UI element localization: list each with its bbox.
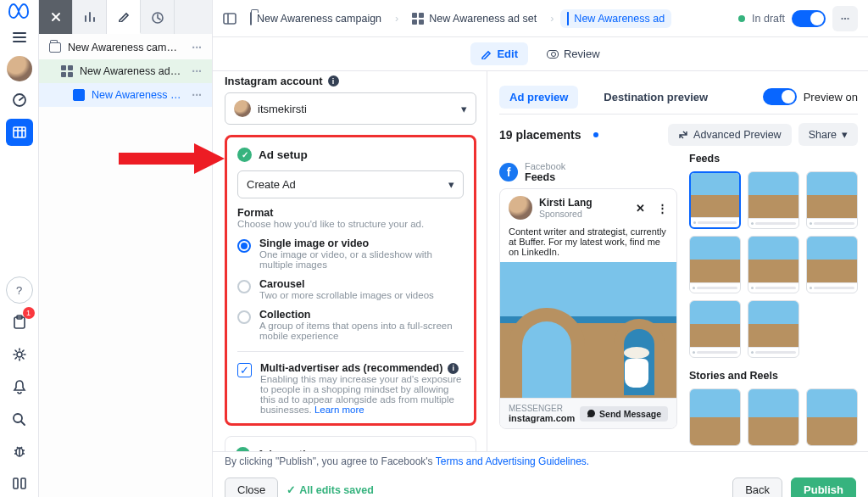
overflow-menu[interactable]: ···	[832, 6, 858, 31]
hamburger-icon[interactable]	[6, 24, 33, 51]
breadcrumb-bar: New Awareness campaign › New Awareness a…	[213, 0, 868, 37]
folder-icon	[49, 42, 61, 53]
back-button[interactable]: Back	[732, 477, 782, 497]
placements-count: 19 placements	[499, 128, 581, 142]
placement-thumb[interactable]	[748, 236, 799, 293]
gear-icon[interactable]	[6, 341, 33, 368]
ad-setup-card: ✓ Ad setup Create Ad ▾ Format Choose how…	[225, 135, 476, 426]
profile-avatar-icon	[509, 196, 532, 220]
more-icon[interactable]: ⋮	[657, 202, 668, 215]
placement-context: f Facebook Feeds	[499, 153, 677, 188]
history-tab-icon[interactable]	[141, 0, 175, 34]
placement-thumb[interactable]	[748, 300, 799, 358]
preview-toggle[interactable]: Preview on	[763, 88, 858, 105]
edit-tab-icon[interactable]	[107, 0, 141, 34]
radio-icon	[237, 310, 251, 324]
bug-icon[interactable]	[6, 438, 33, 465]
edit-review-tabs: Edit Review	[213, 37, 868, 71]
breadcrumb-adset[interactable]: New Awareness ad set	[405, 9, 543, 28]
breadcrumb-campaign[interactable]: New Awareness campaign	[243, 9, 388, 28]
ad-icon	[567, 13, 569, 25]
instagram-account-value: itsmekirsti	[258, 103, 307, 115]
publish-button[interactable]: Publish	[791, 477, 856, 497]
help-icon[interactable]: ?	[6, 276, 33, 304]
thumb-group-stories: Stories and Reels	[689, 370, 858, 382]
share-button[interactable]: Share▾	[798, 123, 858, 146]
placement-thumb[interactable]	[748, 171, 799, 229]
status-text: In draft	[752, 13, 785, 25]
terms-link[interactable]: Terms and Advertising Guidelines.	[436, 455, 589, 467]
post-footer: MESSENGER instagram.com Send Message	[500, 398, 676, 428]
layout-icon[interactable]	[6, 470, 33, 497]
placement-thumb[interactable]	[806, 236, 858, 293]
panel-toggle-icon[interactable]	[223, 13, 236, 25]
tab-edit[interactable]: Edit	[470, 42, 528, 65]
tree-ad[interactable]: New Awareness ad ···	[39, 83, 212, 107]
ad-setup-title: ✓ Ad setup	[237, 148, 464, 162]
unread-dot	[593, 132, 598, 137]
tree-ad-label: New Awareness ad	[92, 89, 181, 101]
ad-creative-card: ✓ Ad creative Select the media, text and…	[225, 436, 476, 451]
more-icon[interactable]: ···	[188, 88, 205, 102]
checkbox-icon: ✓	[237, 363, 252, 377]
placement-thumb[interactable]	[748, 388, 799, 446]
post-body-text: Content writer and strategist, currently…	[500, 226, 676, 262]
preview-toolbar: 19 placements Advanced Preview Share▾	[499, 114, 858, 153]
ad-type-select[interactable]: Create Ad ▾	[237, 170, 464, 198]
chart-tab-icon[interactable]	[73, 0, 107, 34]
footer: By clicking "Publish", you agree to Face…	[213, 451, 868, 497]
search-icon[interactable]	[6, 405, 33, 433]
format-option-single[interactable]: Single image or video One image or video…	[237, 237, 464, 270]
info-icon[interactable]: i	[328, 75, 339, 87]
close-structure-tab[interactable]	[39, 0, 73, 34]
breadcrumb-campaign-label: New Awareness campaign	[257, 13, 381, 25]
placement-thumb[interactable]	[689, 171, 741, 229]
tree-adset[interactable]: New Awareness ad … ···	[39, 59, 212, 83]
info-icon[interactable]: i	[448, 363, 459, 374]
close-button[interactable]: Close	[225, 477, 278, 497]
format-option-collection[interactable]: Collection A group of items that opens i…	[237, 309, 464, 341]
tab-review[interactable]: Review	[537, 42, 610, 65]
left-rail: ?	[0, 0, 39, 497]
radio-icon	[237, 280, 251, 293]
svg-rect-1	[14, 127, 25, 137]
instagram-account-select[interactable]: itsmekirsti ▾	[225, 92, 476, 125]
placement-thumb[interactable]	[806, 388, 858, 446]
bell-icon[interactable]	[6, 373, 33, 400]
table-icon[interactable]	[6, 119, 33, 146]
checkmark-icon: ✓	[237, 148, 252, 162]
ad-type-value: Create Ad	[247, 178, 296, 191]
instagram-section-label: Instagram account i	[225, 75, 476, 87]
chevron-right-icon: ›	[395, 13, 398, 25]
eye-icon	[547, 50, 559, 59]
placement-thumb[interactable]	[806, 171, 858, 229]
chevron-right-icon: ›	[550, 13, 554, 25]
chevron-down-icon: ▾	[461, 103, 467, 115]
account-avatar[interactable]	[7, 56, 32, 81]
multi-advertiser-checkbox[interactable]: ✓ Multi-advertiser ads (recommended) i E…	[237, 351, 464, 415]
send-message-button[interactable]: Send Message	[580, 406, 668, 422]
thumb-group-feeds: Feeds	[689, 153, 858, 165]
ad-creative-title: ✓ Ad creative	[236, 447, 465, 451]
tree-campaign[interactable]: New Awareness camp… ···	[39, 36, 212, 59]
placement-thumb[interactable]	[689, 236, 741, 293]
clipboard-icon[interactable]	[6, 309, 33, 336]
account-avatar-icon	[234, 100, 251, 117]
placement-thumb[interactable]	[689, 388, 741, 446]
structure-panel: New Awareness camp… ··· New Awareness ad…	[39, 0, 213, 497]
more-icon[interactable]: ···	[188, 41, 205, 54]
tab-ad-preview[interactable]: Ad preview	[499, 86, 578, 109]
format-option-carousel[interactable]: Carousel Two or more scrollable images o…	[237, 278, 464, 300]
breadcrumb-ad[interactable]: New Awareness ad	[560, 9, 671, 28]
post-author: Kirsti Lang	[539, 197, 629, 209]
placement-thumb[interactable]	[689, 300, 741, 358]
sponsored-label: Sponsored	[539, 209, 629, 219]
close-icon[interactable]: ✕	[636, 202, 645, 215]
advanced-preview-button[interactable]: Advanced Preview	[668, 124, 792, 146]
publish-toggle[interactable]	[792, 10, 826, 27]
adset-icon	[412, 13, 424, 25]
learn-more-link[interactable]: Learn more	[314, 405, 364, 415]
tab-destination-preview[interactable]: Destination preview	[593, 86, 718, 109]
more-icon[interactable]: ···	[188, 64, 205, 78]
gauge-icon[interactable]	[6, 87, 33, 114]
